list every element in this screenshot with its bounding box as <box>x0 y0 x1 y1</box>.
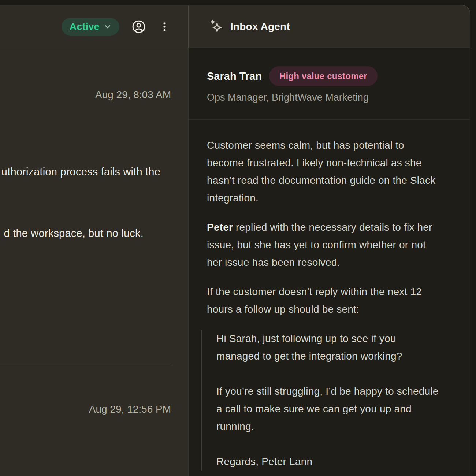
quote-paragraph: Regards, Peter Lann <box>216 453 451 471</box>
section-divider <box>189 119 470 120</box>
message-text-fragment: uthorization process fails with the <box>1 166 160 178</box>
agent-summary: Customer seems calm, but has potential t… <box>207 137 451 471</box>
message-timestamp: Aug 29, 12:56 PM <box>89 404 171 415</box>
message-divider <box>0 364 171 364</box>
suggested-followup-quote: Hi Sarah, just following up to see if yo… <box>201 330 451 471</box>
message-timestamp: Aug 29, 8:03 AM <box>95 89 171 101</box>
summary-paragraph: Customer seems calm, but has potential t… <box>207 137 451 207</box>
quote-paragraph: Hi Sarah, just following up to see if yo… <box>216 330 451 365</box>
conversation-panel: Active <box>0 5 188 476</box>
chevron-down-icon <box>103 22 112 31</box>
customer-value-badge: High value customer <box>269 66 378 86</box>
status-dropdown[interactable]: Active <box>62 18 119 36</box>
summary-paragraph: Peter replied with the necessary details… <box>207 219 451 271</box>
customer-row: Sarah Tran High value customer <box>207 48 451 86</box>
conversation-toolbar: Active <box>0 5 188 48</box>
customer-profile-button[interactable] <box>132 20 146 34</box>
user-circle-icon <box>132 20 146 34</box>
agent-name-bold: Peter <box>207 222 233 233</box>
more-options-button[interactable] <box>158 21 171 33</box>
inbox-agent-header: Inbox Agent <box>188 5 470 48</box>
message-text-fragment: d the workspace, but no luck. <box>4 227 144 239</box>
summary-paragraph: If the customer doesn’t reply within the… <box>207 283 451 318</box>
sparkles-icon <box>208 18 224 35</box>
customer-name: Sarah Tran <box>207 70 262 82</box>
customer-role: Ops Manager, BrightWave Marketing <box>207 92 451 103</box>
summary-paragraph-text: replied with the necessary details to fi… <box>207 222 432 268</box>
quote-paragraph: If you’re still struggling, I’d be happy… <box>216 383 451 435</box>
inbox-agent-panel: Inbox Agent Sarah Tran High value custom… <box>188 5 470 476</box>
kebab-menu-icon <box>158 21 171 33</box>
panel-title: Inbox Agent <box>230 21 290 33</box>
inbox-agent-body: Sarah Tran High value customer Ops Manag… <box>188 48 470 476</box>
status-label: Active <box>70 21 100 33</box>
